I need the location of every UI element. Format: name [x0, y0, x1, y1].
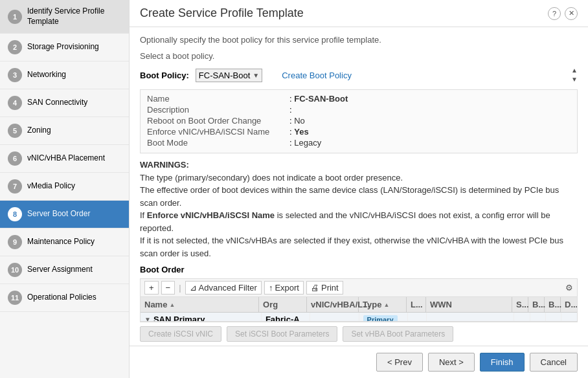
- sidebar-item-7[interactable]: 7 vMedia Policy: [0, 173, 129, 201]
- policy-name-row: Name : FC-SAN-Boot: [147, 94, 571, 104]
- export-button[interactable]: ↑ Export: [264, 281, 304, 295]
- sidebar-item-8[interactable]: 8 Server Boot Order: [0, 201, 129, 228]
- print-button[interactable]: 🖨 Print: [306, 281, 343, 295]
- advanced-filter-label: Advanced Filter: [199, 283, 257, 293]
- settings-icon[interactable]: ⚙: [565, 283, 573, 293]
- policy-name-label: Name: [147, 94, 289, 104]
- add-button[interactable]: +: [144, 281, 159, 295]
- print-label: Print: [321, 283, 339, 293]
- scroll-up-icon[interactable]: ▲: [571, 66, 578, 75]
- warning-line3-pre: If: [140, 210, 147, 220]
- policy-boot-mode-row: Boot Mode : Legacy: [147, 138, 571, 148]
- sidebar-item-10[interactable]: 10 Server Assignment: [0, 256, 129, 284]
- print-icon: 🖨: [311, 283, 319, 293]
- sidebar-label-9: Maintenance Policy: [27, 237, 95, 247]
- dialog-title: Create Service Profile Template: [140, 6, 304, 20]
- warnings-section: WARNINGS: The type (primary/secondary) d…: [140, 159, 578, 260]
- sidebar-label-2: Storage Provisioning: [27, 42, 99, 52]
- col-header-s: S...: [512, 297, 528, 312]
- boot-order-title: Boot Order: [140, 265, 578, 274]
- warning-line3-bold: Enforce vNIC/vHBA/iSCSI Name: [147, 210, 275, 220]
- col-header-vnic: vNIC/vHBA/L...: [307, 297, 359, 312]
- policy-name-value: FC-SAN-Boot: [294, 94, 348, 104]
- sidebar-item-3[interactable]: 3 Networking: [0, 61, 129, 89]
- sidebar-item-1[interactable]: 1 Identify Service Profile Template: [0, 0, 129, 34]
- dropdown-arrow-icon: ▼: [253, 72, 259, 79]
- cell-l: [408, 313, 427, 321]
- cell-vnic: [310, 313, 359, 321]
- warning-line4: If it is not selected, the vNICs/vHBAs a…: [140, 236, 563, 258]
- set-iscsi-params-button: Set iSCSI Boot Parameters: [227, 326, 337, 342]
- col-header-l: L...: [407, 297, 426, 312]
- policy-enforce-row: Enforce vNIC/vHBA/iSCSI Name : Yes: [147, 127, 571, 137]
- policy-reboot-value: No: [294, 116, 305, 126]
- policy-enforce-label: Enforce vNIC/vHBA/iSCSI Name: [147, 127, 289, 137]
- table-row[interactable]: ▼SAN Primary Fabric-A Primary: [141, 313, 577, 321]
- scroll-arrows: ▲ ▼: [571, 66, 578, 84]
- boot-policy-label: Boot Policy:: [140, 71, 189, 80]
- create-iscsi-vnic-button: Create iSCSI vNIC: [140, 326, 221, 342]
- export-icon: ↑: [269, 283, 273, 293]
- sidebar-item-2[interactable]: 2 Storage Provisioning: [0, 34, 129, 61]
- table-header: Name ▲ Org vNIC/vHBA/L... Type ▲ L... WW…: [141, 297, 577, 313]
- cell-d: [561, 313, 577, 321]
- finish-button[interactable]: Finish: [480, 353, 525, 372]
- help-icon[interactable]: ?: [548, 7, 561, 20]
- sidebar-label-5: Zoning: [27, 126, 51, 136]
- cell-name: ▼SAN Primary: [141, 313, 262, 321]
- cell-s: [514, 313, 530, 321]
- policy-boot-mode-label: Boot Mode: [147, 138, 289, 148]
- prev-button[interactable]: < Prev: [376, 353, 423, 372]
- set-vhba-params-button: Set vHBA Boot Parameters: [343, 326, 453, 342]
- export-label: Export: [275, 283, 299, 293]
- boot-order-table: Name ▲ Org vNIC/vHBA/L... Type ▲ L... WW…: [140, 297, 578, 322]
- main-panel: Create Service Profile Template ? ✕ Opti…: [130, 0, 588, 378]
- sidebar-num-1: 1: [8, 10, 22, 24]
- sidebar-item-6[interactable]: 6 vNIC/vHBA Placement: [0, 145, 129, 173]
- col-header-b2: B...: [545, 297, 561, 312]
- boot-policy-row: Boot Policy: FC-SAN-Boot ▼ Create Boot P…: [140, 66, 578, 84]
- cell-type: Primary: [359, 313, 408, 321]
- sidebar-label-1: Identify Service Profile Template: [27, 6, 121, 27]
- cancel-button[interactable]: Cancel: [530, 353, 578, 372]
- sidebar-num-4: 4: [8, 96, 22, 110]
- sidebar-item-11[interactable]: 11 Operational Policies: [0, 284, 129, 312]
- close-icon[interactable]: ✕: [565, 7, 578, 20]
- warning-line2: The effective order of boot devices with…: [140, 185, 559, 208]
- warning-line1: The type (primary/secondary) does not in…: [140, 173, 403, 183]
- policy-reboot-label: Reboot on Boot Order Change: [147, 116, 289, 126]
- policy-boot-mode-value: Legacy: [294, 138, 321, 148]
- plus-icon: +: [149, 283, 154, 293]
- remove-button[interactable]: −: [161, 281, 175, 295]
- sidebar-label-6: vNIC/vHBA Placement: [27, 153, 105, 164]
- next-button[interactable]: Next >: [428, 353, 475, 372]
- sidebar-item-4[interactable]: 4 SAN Connectivity: [0, 89, 129, 117]
- col-header-d: D...: [561, 297, 577, 312]
- scroll-down-icon[interactable]: ▼: [571, 75, 578, 84]
- filter-icon: ⊿: [190, 283, 197, 293]
- sort-name-icon[interactable]: ▲: [169, 302, 175, 308]
- create-boot-policy-link[interactable]: Create Boot Policy: [282, 71, 352, 80]
- footer: < Prev Next > Finish Cancel: [130, 346, 588, 378]
- policy-desc-row: Description :: [147, 105, 571, 115]
- col-header-name: Name ▲: [141, 297, 259, 312]
- col-header-wwn: WWN: [426, 297, 512, 312]
- sort-type-icon[interactable]: ▲: [383, 302, 389, 308]
- hint-text: Optionally specify the boot policy for t…: [140, 35, 578, 45]
- cell-b2: [546, 313, 561, 321]
- sidebar-item-9[interactable]: 9 Maintenance Policy: [0, 228, 129, 256]
- sidebar-item-5[interactable]: 5 Zoning: [0, 117, 129, 145]
- title-bar: Create Service Profile Template ? ✕: [130, 0, 588, 27]
- select-boot-label: Select a boot policy.: [140, 51, 578, 61]
- disabled-buttons-row: Create iSCSI vNIC Set iSCSI Boot Paramet…: [140, 322, 578, 346]
- sidebar-num-2: 2: [8, 40, 22, 54]
- boot-policy-value: FC-SAN-Boot: [199, 71, 250, 80]
- sidebar-label-11: Operational Policies: [27, 293, 96, 303]
- sidebar-label-7: vMedia Policy: [27, 181, 75, 192]
- cell-org: Fabric-A: [262, 313, 310, 321]
- sidebar: 1 Identify Service Profile Template 2 St…: [0, 0, 130, 378]
- advanced-filter-button[interactable]: ⊿ Advanced Filter: [185, 281, 262, 295]
- boot-policy-select[interactable]: FC-SAN-Boot ▼: [196, 69, 262, 82]
- sidebar-num-11: 11: [8, 291, 22, 305]
- col-header-org: Org: [259, 297, 307, 312]
